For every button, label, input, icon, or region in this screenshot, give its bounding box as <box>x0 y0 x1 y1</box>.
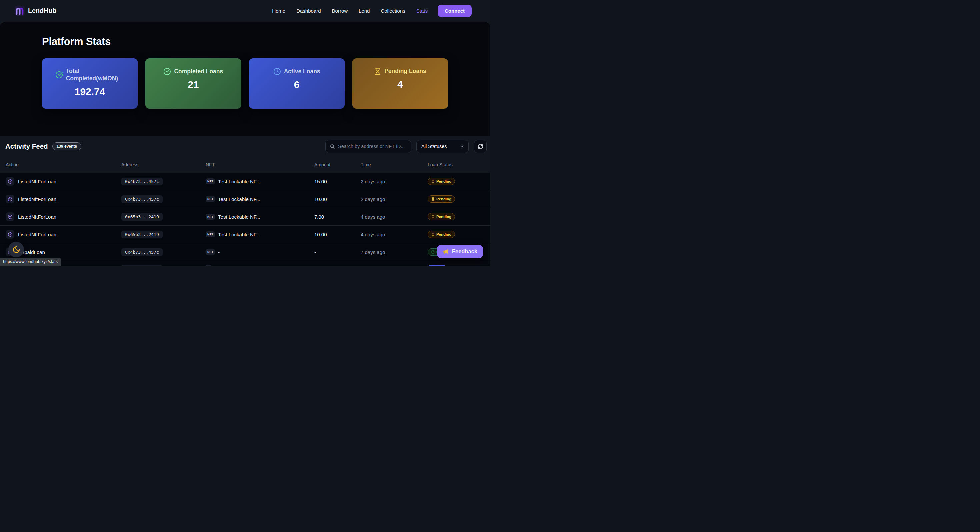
col-header-time: Time <box>361 162 428 167</box>
lendhub-logo-icon <box>15 6 25 16</box>
nft-name: Test Lockable NF... <box>218 196 260 202</box>
package-icon <box>6 212 14 221</box>
nft-tag: NFT <box>206 178 215 184</box>
stat-card-value: 192.74 <box>75 86 105 97</box>
search-input[interactable] <box>338 144 407 149</box>
amount: 7.00 <box>314 214 361 220</box>
hourglass-icon <box>431 180 435 183</box>
address-chip: 0x65b3...2419 <box>121 231 163 238</box>
activity-controls: Activity Feed 139 events All Statuses <box>0 136 490 157</box>
table-header: Action Address NFT Amount Time Loan Stat… <box>0 157 490 173</box>
search-box[interactable] <box>325 140 411 153</box>
nft-tag <box>206 264 211 266</box>
status-badge-pending: Pending <box>428 178 455 185</box>
stat-card-total-completed: Total Completed(wMON) 192.74 <box>42 58 138 109</box>
hourglass-icon <box>431 198 435 201</box>
connect-wallet-button[interactable]: Connect <box>438 5 472 17</box>
package-icon <box>6 195 14 203</box>
stat-cards: Total Completed(wMON) 192.74 Completed L… <box>42 58 448 109</box>
refresh-icon <box>478 144 483 149</box>
refresh-button[interactable] <box>474 140 487 153</box>
top-nav: LendHub Home Dashboard Borrow Lend Colle… <box>0 0 490 22</box>
time: 2 days ago <box>361 196 428 202</box>
nft-tag: NFT <box>206 231 215 237</box>
stat-card-value: 6 <box>294 79 300 90</box>
table-body: ListedNftForLoan 0x4b73...457c NFT Test … <box>0 173 490 266</box>
nft-name: Test Lockable NF... <box>218 214 260 220</box>
status-badge-pending: Pending <box>428 231 455 238</box>
hourglass-icon <box>431 233 435 236</box>
brand[interactable]: LendHub <box>15 6 56 16</box>
table-row-partial <box>0 261 490 266</box>
check-circle-icon <box>55 71 63 79</box>
brand-name: LendHub <box>28 7 56 15</box>
stat-card-active-loans: Active Loans 6 <box>249 58 345 109</box>
action-label: ListedNftForLoan <box>18 196 56 202</box>
check-circle-icon <box>163 68 171 75</box>
address-chip: 0x4b73...457c <box>121 195 163 203</box>
nav-link-collections[interactable]: Collections <box>381 8 405 14</box>
nav-link-dashboard[interactable]: Dashboard <box>296 8 321 14</box>
nav-link-borrow[interactable]: Borrow <box>332 8 348 14</box>
nft-name: - <box>218 249 220 255</box>
stat-card-label: Completed Loans <box>174 68 223 75</box>
package-icon <box>6 230 14 239</box>
theme-toggle-button[interactable] <box>8 242 24 257</box>
megaphone-icon <box>443 248 449 255</box>
nft-tag: NFT <box>206 196 215 202</box>
status-filter-value: All Statuses <box>422 144 447 149</box>
time: 7 days ago <box>361 249 428 255</box>
feedback-button[interactable]: Feedback <box>437 245 483 258</box>
stat-card-value: 4 <box>397 79 403 90</box>
stat-card-label: Active Loans <box>284 68 320 75</box>
col-header-loan-status: Loan Status <box>428 162 490 167</box>
action-label: ListedNftForLoan <box>18 214 56 220</box>
status-badge-active <box>428 264 446 266</box>
activity-feed-title: Activity Feed <box>5 142 48 150</box>
status-badge-pending: Pending <box>428 213 455 220</box>
col-header-action: Action <box>6 162 121 167</box>
action-label: ListedNftForLoan <box>18 179 56 184</box>
feedback-label: Feedback <box>452 248 477 255</box>
time: 2 days ago <box>361 179 428 184</box>
status-badge-pending: Pending <box>428 195 455 203</box>
action-label: ListedNftForLoan <box>18 232 56 237</box>
moon-icon <box>12 246 20 254</box>
nav-link-lend[interactable]: Lend <box>359 8 370 14</box>
table-row: ListedNftForLoan 0x65b3...2419 NFT Test … <box>0 226 490 243</box>
stat-card-label: Total Completed(wMON) <box>66 68 125 82</box>
nft-name: Test Lockable NF... <box>218 179 260 184</box>
events-count-badge: 139 events <box>52 142 81 150</box>
platform-stats-panel: Platform Stats Total Completed(wMON) 192… <box>0 22 490 136</box>
col-header-amount: Amount <box>314 162 361 167</box>
stat-card-completed-loans: Completed Loans 21 <box>145 58 241 109</box>
table-row: ListedNftForLoan 0x4b73...457c NFT Test … <box>0 173 490 190</box>
clock-icon <box>273 68 281 75</box>
amount: 10.00 <box>314 196 361 202</box>
nft-tag: NFT <box>206 249 215 255</box>
nft-name: Test Lockable NF... <box>218 232 260 237</box>
table-row: ListedNftForLoan 0x4b73...457c NFT Test … <box>0 190 490 208</box>
amount: 15.00 <box>314 179 361 184</box>
package-icon <box>6 177 14 186</box>
stat-card-label: Pending Loans <box>384 68 426 75</box>
address-chip: 0x4b73...457c <box>121 178 163 185</box>
chevron-down-icon <box>459 144 465 149</box>
time: 4 days ago <box>361 214 428 220</box>
check-circle-icon <box>431 250 435 254</box>
stat-card-pending-loans: Pending Loans 4 <box>352 58 448 109</box>
nft-tag: NFT <box>206 213 215 220</box>
search-icon <box>330 144 335 149</box>
status-bar-url: https://www.lendhub.xyz/stats <box>0 258 61 266</box>
table-row: ListedNftForLoan 0x65b3...2419 NFT Test … <box>0 208 490 226</box>
nav-link-stats[interactable]: Stats <box>416 8 428 14</box>
activity-feed-section: Activity Feed 139 events All Statuses Ac… <box>0 136 490 266</box>
time: 4 days ago <box>361 232 428 237</box>
table-row: RepaidLoan 0x4b73...457c NFT - - 7 days … <box>0 243 490 261</box>
address-chip: 0x4b73...457c <box>121 248 163 256</box>
address-chip: 0x65b3...2419 <box>121 213 163 221</box>
status-filter-select[interactable]: All Statuses <box>416 140 469 153</box>
stat-card-value: 21 <box>188 79 199 90</box>
nav-links: Home Dashboard Borrow Lend Collections S… <box>272 8 428 14</box>
nav-link-home[interactable]: Home <box>272 8 285 14</box>
